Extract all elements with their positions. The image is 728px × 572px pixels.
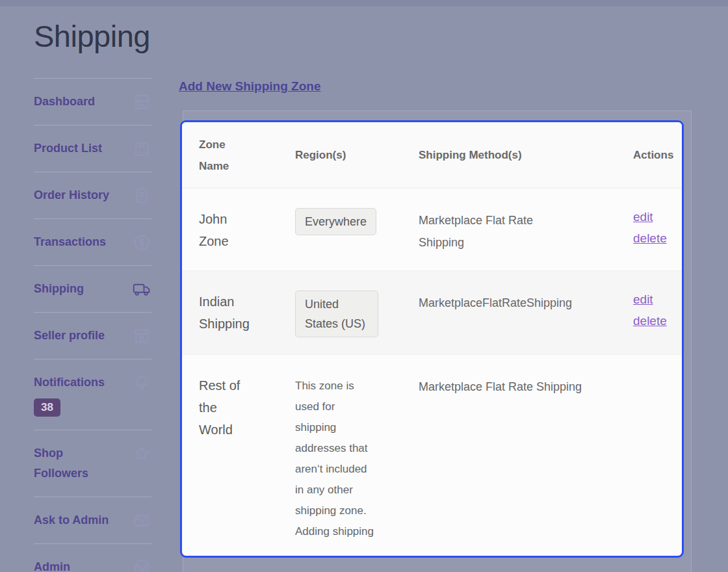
sidebar-item-text: Shipping — [34, 279, 84, 299]
sidebar-menu: DashboardProduct ListOrder HistoryTransa… — [34, 78, 151, 572]
document-icon — [132, 186, 151, 205]
zone-name: John Zone — [199, 208, 254, 252]
actions-cell — [633, 355, 665, 558]
vendor-dashboard-page: Shipping DashboardProduct ListOrder Hist… — [0, 0, 728, 572]
sidebar-item-order-history[interactable]: Order History — [34, 172, 151, 218]
zone-name-cell: Indian Shipping — [199, 271, 295, 354]
column-header-shipping-method-s-: Shipping Method(s) — [419, 144, 633, 166]
sidebar-item-text: Dashboard — [34, 92, 95, 112]
edit-zone-link[interactable]: edit — [633, 289, 653, 310]
sidebar-item-shipping[interactable]: Shipping — [34, 265, 151, 312]
actions-cell: editdelete — [633, 188, 673, 270]
table-body: John ZoneEverywhereMarketplace Flat Rate… — [182, 188, 682, 558]
sidebar-item-seller-profile[interactable]: Seller profile — [34, 312, 151, 359]
bell-icon — [132, 373, 151, 393]
sidebar-item-label: Ask to Admin — [34, 510, 109, 530]
sidebar-item-text: Order History — [34, 185, 109, 205]
shipping-zone-row: Indian ShippingUnited States (US)Marketp… — [182, 270, 682, 354]
sidebar-item-text: Seller profile — [34, 326, 105, 346]
delete-zone-link[interactable]: delete — [633, 228, 667, 249]
add-new-shipping-zone-link[interactable]: Add New Shipping Zone — [179, 79, 320, 94]
edit-zone-link[interactable]: edit — [633, 206, 653, 228]
table-header-row: Zone NameRegion(s)Shipping Method(s)Acti… — [182, 122, 682, 188]
region-badge: United States (US) — [295, 291, 378, 337]
column-header-region-s-: Region(s) — [295, 144, 419, 166]
sidebar-item-product-list[interactable]: Product List — [34, 125, 151, 172]
sidebar: DashboardProduct ListOrder HistoryTransa… — [34, 78, 151, 572]
sidebar-item-label: Notifications — [34, 372, 105, 393]
sidebar-item-label: Order History — [34, 185, 109, 205]
truck-icon — [132, 280, 151, 299]
sidebar-item-transactions[interactable]: Transactions — [34, 218, 151, 265]
sidebar-item-text: Ask to Admin — [34, 510, 109, 530]
sidebar-item-shop-followers[interactable]: Shop Followers — [34, 430, 151, 497]
region-cell: Everywhere — [295, 188, 419, 270]
shipping-method: Marketplace Flat Rate Shipping — [419, 208, 568, 254]
zone-name: Indian Shipping — [199, 291, 254, 335]
region-badge: Everywhere — [295, 208, 376, 235]
sidebar-item-label: Transactions — [34, 232, 106, 252]
column-header-actions: Actions — [633, 144, 673, 166]
shipping-method-cell: Marketplace Flat Rate Shipping — [419, 188, 633, 270]
sidebar-item-notifications[interactable]: Notifications38 — [34, 359, 151, 430]
region-cell: United States (US) — [295, 271, 419, 354]
sidebar-item-label: Dashboard — [34, 92, 95, 112]
sidebar-item-label: Seller profile — [34, 326, 105, 346]
shipping-method-cell: Marketplace Flat Rate Shipping — [419, 355, 633, 558]
product-box-icon — [132, 139, 151, 159]
shipping-method: Marketplace Flat Rate Shipping — [419, 374, 627, 398]
sidebar-item-ask-to-admin[interactable]: Ask to Admin — [34, 497, 151, 543]
wordpress-icon — [132, 558, 151, 572]
star-icon — [132, 444, 151, 463]
notification-count-badge: 38 — [34, 398, 60, 417]
zone-name: Rest of the World — [199, 374, 254, 441]
shipping-method: MarketplaceFlatRateShipping — [419, 291, 627, 314]
sidebar-item-text: Product List — [34, 138, 102, 159]
column-header-zone-name: Zone Name — [199, 134, 238, 177]
sidebar-item-text: Transactions — [34, 232, 106, 252]
delete-zone-link[interactable]: delete — [633, 310, 667, 332]
dollar-circle-icon — [132, 233, 151, 252]
region-description: This zone is used for shipping addresses… — [295, 374, 377, 542]
sidebar-item-label: Admin Dashboard — [34, 557, 117, 572]
store-icon — [132, 92, 151, 112]
sidebar-item-label: Shipping — [34, 279, 84, 299]
sidebar-item-text: Notifications38 — [34, 372, 105, 417]
sidebar-item-text: Admin Dashboard — [34, 557, 117, 572]
shipping-method-cell: MarketplaceFlatRateShipping — [419, 271, 633, 354]
region-cell: This zone is used for shipping addresses… — [295, 355, 419, 558]
shipping-zone-row: Rest of the WorldThis zone is used for s… — [182, 354, 682, 558]
shipping-zones-table: Zone NameRegion(s)Shipping Method(s)Acti… — [180, 120, 684, 558]
envelope-icon — [132, 511, 151, 530]
zone-name-cell: Rest of the World — [199, 355, 295, 558]
storefront-user-icon — [132, 326, 151, 346]
sidebar-item-text: Shop Followers — [34, 443, 117, 484]
sidebar-item-label: Shop Followers — [34, 443, 117, 484]
page-title: Shipping — [34, 18, 150, 54]
shipping-zone-row: John ZoneEverywhereMarketplace Flat Rate… — [182, 188, 682, 270]
actions-cell: editdelete — [633, 271, 673, 354]
sidebar-item-dashboard[interactable]: Dashboard — [34, 78, 151, 125]
sidebar-item-label: Product List — [34, 138, 102, 159]
zone-name-cell: John Zone — [199, 188, 295, 270]
sidebar-item-admin-dashboard[interactable]: Admin Dashboard — [34, 543, 151, 572]
